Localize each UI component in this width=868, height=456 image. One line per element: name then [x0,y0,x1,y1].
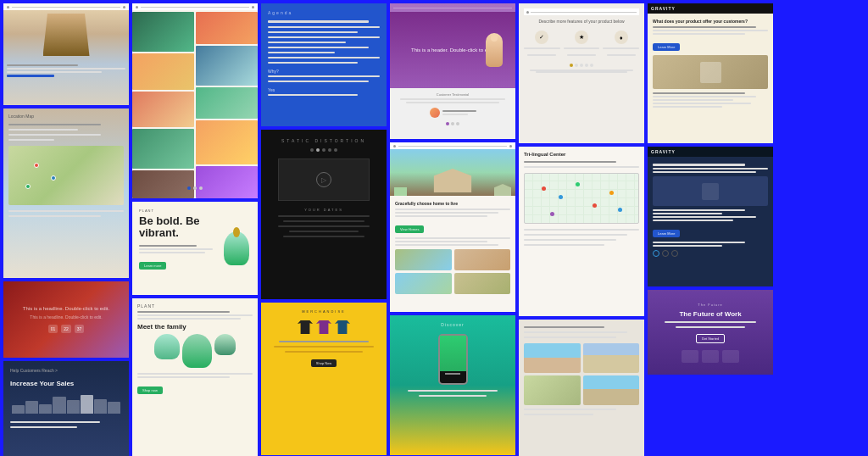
view-homes-button[interactable]: View Homes [395,225,424,233]
gravity-dark-btn[interactable]: Learn More [653,230,680,237]
column-3: Agenda Why? Yes STATIC DISTORTION [261,3,387,456]
map-label: Location Map [8,114,124,119]
future-work-title: The Future of Work [679,310,741,318]
static-distortion-title: STATIC DISTORTION [281,138,366,143]
gravity-dark-brand: GRAVITY [651,149,676,154]
family-title: Meet the family [137,323,253,331]
thumbnail-gravity-light[interactable]: GRAVITY What does your product offer you… [648,3,773,143]
plant-shop-button[interactable]: Shop now [137,386,163,394]
describe-features-title: Describe more features of your product b… [524,19,639,24]
tshirt-purple[interactable] [316,320,331,334]
event-headline: This is a headline. Double-click to edit… [23,306,109,311]
learn-more-btn-gravity[interactable]: Learn More [653,43,680,51]
column-4: This is a header. Double-click to edit. … [390,3,515,456]
thumbnail-map[interactable]: Location Map [3,108,129,278]
column-5: Describe more features of your product b… [519,3,644,456]
thumbnail-static-distortion[interactable]: STATIC DISTORTION ▷ YOUR DATES [261,130,387,299]
thumbnail-mobile-app[interactable]: Discover [390,315,515,455]
thumbnail-agenda[interactable]: Agenda Why? Yes [261,3,387,126]
merchandise-label: MERCHANDISE [302,309,346,314]
gravity-brand: GRAVITY [651,6,676,11]
future-cta-button[interactable]: Get Started [696,334,725,343]
discover-label: Discover [441,322,464,327]
sales-title: Increase Your Sales [10,380,122,387]
thumbnail-event[interactable]: This is a headline. Double-click to edit… [3,281,129,358]
testimonial-label: Customer Testimonial [394,92,511,97]
thumbnail-bold-cta[interactable]: PLANT Be bold. Be vibrant. Learn more [132,202,258,295]
thumbnail-future-work[interactable]: The Future The Future of Work Get Starte… [648,290,773,375]
learn-more-button[interactable]: Learn more [139,262,166,270]
thumbnail-yoga[interactable]: This is a header. Double-click to edit. … [390,3,515,139]
tshirt-black[interactable] [298,320,313,334]
thumbnail-sales[interactable]: Help Customers Reach > Increase Your Sal… [3,361,129,456]
real-estate-title: Gracefully choose home to live [395,201,510,206]
thumbnail-lifestyle[interactable] [3,3,129,105]
tshirt-blue[interactable] [335,320,350,334]
column-6: GRAVITY What does your product offer you… [648,3,773,456]
column-2: PLANT Be bold. Be vibrant. Learn more PL… [132,3,258,456]
thumbnail-merchandise[interactable]: MERCHANDISE Shop Now [261,303,387,455]
map-locations-title: Tri-lingual Center [524,152,639,157]
your-dates-label: YOUR DATES [304,208,343,212]
thumbnail-features[interactable]: Describe more features of your product b… [519,3,644,143]
bold-cta-text: Be bold. Be vibrant. [139,215,221,240]
shop-button[interactable]: Shop Now [311,359,337,367]
yoga-headline: This is a header. Double-click to edit. [408,44,498,56]
column-1: Location Map This is a headline. Double-… [3,3,129,456]
agenda-label: Agenda [268,10,380,15]
thumbnail-map-locations[interactable]: Tri-lingual Center [519,147,644,316]
thumbnail-real-estate[interactable]: Gracefully choose home to live View Home… [390,142,515,312]
thumbnail-food-gallery[interactable] [132,3,258,198]
thumbnail-homes-gallery[interactable] [519,320,644,456]
thumbnail-gravity-dark[interactable]: GRAVITY Learn More [648,147,773,286]
gravity-product-title: What does your product offer your custom… [653,19,768,24]
thumbnail-family[interactable]: PLANT Meet the family Shop now [132,298,258,456]
